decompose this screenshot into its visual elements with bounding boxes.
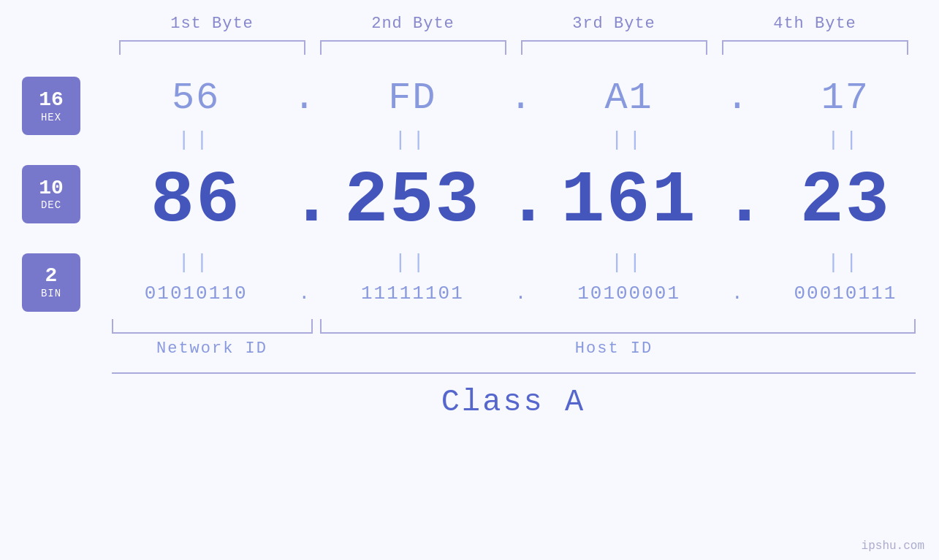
watermark: ipshu.com <box>862 540 924 553</box>
dec-byte2: 253 <box>319 160 506 242</box>
dec-byte3: 161 <box>536 160 723 242</box>
values-grid: 56 . FD . A1 . 17 <box>102 69 939 312</box>
bin-base-label: BIN <box>41 288 61 299</box>
top-bracket-4 <box>722 40 908 55</box>
bin-badge: 2 BIN <box>22 253 80 312</box>
hex-byte1: 56 <box>102 77 289 120</box>
equals-4: || <box>752 129 939 151</box>
byte4-header: 4th Byte <box>715 15 916 33</box>
dec-base-number: 10 <box>39 177 64 200</box>
dec-byte4: 23 <box>752 160 939 242</box>
dec-base-label: DEC <box>41 199 61 211</box>
dec-dot3: . <box>723 160 752 242</box>
byte3-header: 3rd Byte <box>514 15 715 33</box>
hex-dot3: . <box>723 77 752 120</box>
hex-byte3: A1 <box>536 77 723 120</box>
bottom-section: Network ID Host ID <box>112 319 916 358</box>
bottom-labels: Network ID Host ID <box>112 340 916 358</box>
equals2-1: || <box>102 251 289 274</box>
hex-byte2: FD <box>319 77 506 120</box>
byte-headers: 1st Byte 2nd Byte 3rd Byte 4th Byte <box>112 15 916 33</box>
bin-dot3: . <box>723 283 752 304</box>
top-bracket-1 <box>119 40 305 55</box>
host-id-label: Host ID <box>313 340 916 358</box>
bin-base-number: 2 <box>45 265 58 288</box>
network-id-label: Network ID <box>112 340 313 358</box>
equals2-2: || <box>319 251 506 274</box>
equals2-4: || <box>752 251 939 274</box>
dec-badge: 10 DEC <box>22 165 80 223</box>
hex-badge: 16 HEX <box>22 77 80 135</box>
dec-row: 86 . 253 . 161 . 23 <box>102 153 939 250</box>
class-label: Class A <box>441 385 585 420</box>
bin-dot2: . <box>506 283 536 304</box>
dec-dot1: . <box>289 160 319 242</box>
bottom-brackets <box>112 319 916 334</box>
bin-byte3: 10100001 <box>536 283 723 304</box>
hex-dot2: . <box>506 77 536 120</box>
bottom-bracket-network <box>112 319 313 334</box>
equals-row-2: || || || || <box>102 250 939 275</box>
equals-3: || <box>536 129 723 151</box>
top-bracket-3 <box>521 40 707 55</box>
dec-dot2: . <box>506 160 536 242</box>
hex-base-number: 16 <box>39 89 64 112</box>
bin-byte1: 01010110 <box>102 283 289 304</box>
class-section: Class A <box>112 372 916 420</box>
hex-dot1: . <box>289 77 319 120</box>
byte1-header: 1st Byte <box>112 15 313 33</box>
content-area: 16 HEX 10 DEC 2 BIN 56 . <box>0 69 939 312</box>
bin-byte2: 11111101 <box>319 283 506 304</box>
equals-row-1: || || || || <box>102 127 939 153</box>
equals2-3: || <box>536 251 723 274</box>
hex-byte4: 17 <box>752 77 939 120</box>
byte2-header: 2nd Byte <box>313 15 514 33</box>
equals-2: || <box>319 129 506 151</box>
bin-row: 01010110 . 11111101 . 10100001 . <box>102 275 939 312</box>
equals-1: || <box>102 129 289 151</box>
dec-byte1: 86 <box>102 160 289 242</box>
top-bracket-2 <box>320 40 506 55</box>
hex-row: 56 . FD . A1 . 17 <box>102 69 939 127</box>
hex-base-label: HEX <box>41 112 61 123</box>
bin-byte4: 00010111 <box>752 283 939 304</box>
badges-column: 16 HEX 10 DEC 2 BIN <box>0 69 102 312</box>
main-container: 1st Byte 2nd Byte 3rd Byte 4th Byte 16 H… <box>0 0 939 560</box>
bin-dot1: . <box>289 283 319 304</box>
bottom-bracket-host <box>320 319 916 334</box>
top-brackets <box>112 40 916 55</box>
